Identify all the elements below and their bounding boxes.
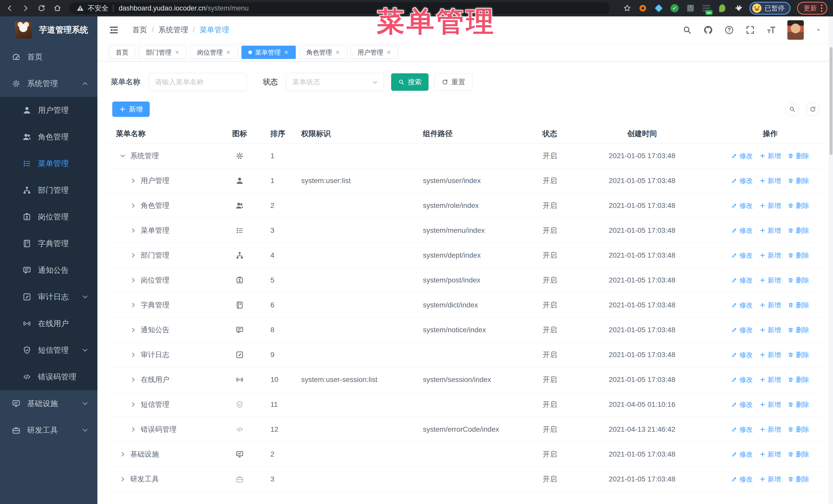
close-tab-icon[interactable]: [386, 50, 391, 55]
row-expander-icon[interactable]: [130, 202, 137, 209]
close-tab-icon[interactable]: [284, 50, 289, 55]
row-expander-icon[interactable]: [130, 227, 137, 234]
delete-row-button[interactable]: 删除: [788, 450, 809, 459]
sidebar-item-message[interactable]: 通知公告: [0, 257, 97, 284]
scrollbar-thumb[interactable]: [830, 47, 832, 155]
edit-row-button[interactable]: 修改: [731, 251, 753, 260]
tab-岗位管理[interactable]: 岗位管理: [190, 46, 238, 59]
edit-row-button[interactable]: 修改: [731, 176, 753, 185]
row-expander-icon[interactable]: [130, 277, 137, 284]
user-avatar[interactable]: [787, 20, 804, 40]
sidebar-item-gear[interactable]: 系统管理: [0, 70, 97, 97]
close-tab-icon[interactable]: [174, 50, 180, 55]
add-row-button[interactable]: 新增: [759, 326, 781, 335]
sidebar-item-menu[interactable]: 菜单管理: [0, 150, 97, 177]
sidebar-item-monitor[interactable]: 基础设施: [0, 390, 97, 417]
toggle-search-button[interactable]: [785, 102, 799, 116]
add-row-button[interactable]: 新增: [759, 450, 781, 459]
edit-row-button[interactable]: 修改: [731, 326, 753, 335]
browser-home-button[interactable]: [51, 2, 64, 14]
app-logo[interactable]: 芋道管理系统: [0, 17, 97, 44]
sidebar-item-code[interactable]: 错误码管理: [0, 363, 97, 390]
edit-row-button[interactable]: 修改: [731, 351, 753, 359]
browser-menu-icon[interactable]: [821, 5, 823, 12]
delete-row-button[interactable]: 删除: [788, 176, 809, 185]
delete-row-button[interactable]: 删除: [788, 475, 809, 484]
add-row-button[interactable]: 新增: [759, 151, 781, 161]
sidebar-item-tree[interactable]: 部门管理: [0, 177, 97, 203]
close-tab-icon[interactable]: [226, 50, 231, 55]
add-row-button[interactable]: 新增: [759, 176, 781, 185]
browser-reload-button[interactable]: [35, 2, 48, 14]
sidebar-item-users[interactable]: 角色管理: [0, 124, 97, 150]
edit-row-button[interactable]: 修改: [731, 201, 753, 210]
tab-部门管理[interactable]: 部门管理: [139, 46, 187, 59]
add-row-button[interactable]: 新增: [759, 375, 781, 384]
add-row-button[interactable]: 新增: [759, 475, 781, 484]
extension-green-check-icon[interactable]: ✓: [670, 4, 679, 13]
extensions-puzzle-icon[interactable]: [734, 4, 743, 13]
address-bar[interactable]: 不安全 dashboard.yudao.iocoder.cn/system/me…: [69, 2, 610, 14]
tab-角色管理[interactable]: 角色管理: [300, 46, 347, 59]
sidebar-collapse-icon[interactable]: [108, 24, 119, 35]
edit-row-button[interactable]: 修改: [731, 475, 753, 484]
add-row-button[interactable]: 新增: [759, 251, 781, 260]
sidebar-item-badge[interactable]: 岗位管理: [0, 203, 97, 230]
edit-row-button[interactable]: 修改: [731, 276, 753, 285]
add-row-button[interactable]: 新增: [759, 276, 781, 285]
browser-forward-button[interactable]: [20, 2, 32, 14]
row-expander-icon[interactable]: [119, 476, 126, 482]
row-expander-icon[interactable]: [130, 376, 137, 383]
add-row-button[interactable]: 新增: [759, 400, 781, 409]
delete-row-button[interactable]: 删除: [788, 201, 809, 210]
tab-首页[interactable]: 首页: [109, 46, 135, 59]
row-expander-icon[interactable]: [130, 352, 137, 358]
extension-grid-squares-icon[interactable]: [686, 4, 695, 13]
row-expander-icon[interactable]: [130, 302, 137, 308]
menu-name-input[interactable]: [149, 73, 246, 91]
sidebar-item-online[interactable]: 在线用户: [0, 310, 97, 337]
add-row-button[interactable]: 新增: [759, 301, 781, 310]
close-tab-icon[interactable]: [335, 50, 340, 55]
edit-row-button[interactable]: 修改: [731, 301, 753, 310]
github-icon[interactable]: [703, 25, 713, 35]
add-button[interactable]: 新增: [112, 101, 150, 117]
fullscreen-icon[interactable]: [745, 25, 755, 35]
browser-back-button[interactable]: [4, 2, 16, 14]
sidebar-item-shield[interactable]: 短信管理: [0, 337, 97, 363]
status-select[interactable]: 菜单状态: [286, 73, 384, 91]
tab-用户管理[interactable]: 用户管理: [351, 46, 398, 59]
add-row-button[interactable]: 新增: [759, 201, 781, 210]
sidebar-item-dashboard[interactable]: 首页: [0, 44, 97, 70]
delete-row-button[interactable]: 删除: [788, 375, 809, 384]
add-row-button[interactable]: 新增: [759, 425, 781, 434]
row-expander-icon[interactable]: [130, 401, 137, 408]
delete-row-button[interactable]: 删除: [788, 326, 809, 335]
font-size-icon[interactable]: [766, 25, 776, 35]
row-expander-icon[interactable]: [130, 252, 137, 259]
edit-row-button[interactable]: 修改: [731, 375, 753, 384]
add-row-button[interactable]: 新增: [759, 226, 781, 235]
browser-profile-button[interactable]: 已暂停: [749, 2, 790, 15]
search-icon[interactable]: [682, 25, 692, 35]
extension-blue-gem-icon[interactable]: [654, 4, 663, 13]
edit-row-button[interactable]: 修改: [731, 450, 753, 459]
edit-row-button[interactable]: 修改: [731, 400, 753, 409]
delete-row-button[interactable]: 删除: [788, 400, 809, 409]
row-expander-icon[interactable]: [119, 152, 126, 159]
delete-row-button[interactable]: 删除: [788, 251, 809, 260]
row-expander-icon[interactable]: [130, 327, 137, 333]
help-icon[interactable]: [724, 25, 734, 35]
delete-row-button[interactable]: 删除: [788, 301, 809, 310]
user-menu-caret-icon[interactable]: [815, 27, 822, 33]
sidebar-item-book[interactable]: 字典管理: [0, 230, 97, 257]
row-expander-icon[interactable]: [130, 426, 137, 433]
delete-row-button[interactable]: 删除: [788, 226, 809, 235]
extension-stack-on-icon[interactable]: on: [702, 4, 711, 13]
page-scrollbar[interactable]: [829, 17, 833, 504]
breadcrumb-item[interactable]: 系统管理: [159, 25, 188, 35]
row-expander-icon[interactable]: [130, 177, 137, 184]
sidebar-item-log[interactable]: 审计日志: [0, 284, 97, 310]
edit-row-button[interactable]: 修改: [731, 425, 753, 434]
breadcrumb-item[interactable]: 菜单管理: [199, 25, 229, 35]
